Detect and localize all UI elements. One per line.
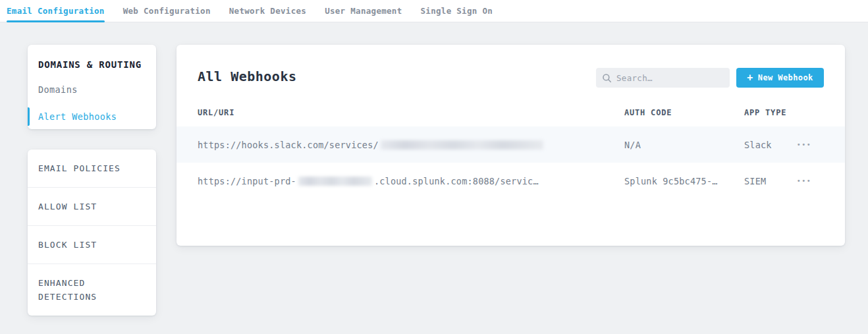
page-title: All Webhooks — [198, 69, 297, 84]
column-header-app-type: APP TYPE — [744, 108, 786, 117]
webhook-url-cell: https://hooks.slack.com/services/ — [198, 126, 545, 163]
tab-user-management[interactable]: User Management — [325, 0, 402, 22]
table-row: https://input-prd-.cloud.splunk.com:8088… — [176, 163, 845, 199]
active-indicator-bar — [28, 107, 30, 126]
sidebar-item-email-policies[interactable]: EMAIL POLICIES — [28, 150, 156, 188]
row-actions-button[interactable]: ••• — [794, 126, 814, 163]
sidebar-item-label: Alert Webhooks — [38, 111, 117, 122]
domains-routing-title: DOMAINS & ROUTING — [38, 59, 146, 70]
domains-routing-card: DOMAINS & ROUTING Domains Alert Webhooks — [28, 45, 156, 129]
webhooks-panel: All Webhooks + New Webhook URL/URI AUTH … — [176, 45, 845, 246]
top-navigation: Email Configuration Web Configuration Ne… — [0, 0, 868, 22]
tab-web-configuration[interactable]: Web Configuration — [123, 0, 211, 22]
auth-code-cell: N/A — [624, 126, 641, 163]
tab-single-sign-on[interactable]: Single Sign On — [421, 0, 493, 22]
column-header-url: URL/URI — [198, 108, 234, 117]
table-header: URL/URI AUTH CODE APP TYPE — [176, 108, 845, 126]
row-actions-button[interactable]: ••• — [794, 163, 814, 199]
sidebar-item-domains[interactable]: Domains — [28, 82, 156, 97]
redacted-text — [298, 177, 372, 186]
tab-email-configuration[interactable]: Email Configuration — [7, 0, 105, 22]
new-webhook-button[interactable]: + New Webhook — [736, 68, 824, 88]
column-header-auth-code: AUTH CODE — [624, 108, 672, 117]
new-webhook-button-label: New Webhook — [758, 73, 813, 82]
redacted-text — [381, 140, 543, 150]
tab-network-devices[interactable]: Network Devices — [229, 0, 306, 22]
url-text: https://hooks.slack.com/services/ — [198, 140, 379, 150]
table-row: https://hooks.slack.com/services/ N/A Sl… — [176, 126, 845, 163]
webhook-url-cell: https://input-prd-.cloud.splunk.com:8088… — [198, 163, 539, 199]
app-type-cell: Slack — [744, 126, 772, 163]
search-box — [596, 68, 730, 88]
url-text: https://input-prd- — [198, 176, 296, 186]
policy-sections-card: EMAIL POLICIES ALLOW LIST BLOCK LIST ENH… — [28, 150, 156, 316]
plus-icon: + — [747, 73, 753, 83]
sidebar-item-enhanced-detections[interactable]: ENHANCED DETECTIONS — [28, 264, 156, 316]
app-type-cell: SIEM — [744, 163, 766, 199]
sidebar-item-alert-webhooks[interactable]: Alert Webhooks — [28, 109, 156, 124]
auth-code-cell: Splunk 9c5bc475-… — [624, 163, 718, 199]
search-input[interactable] — [616, 73, 723, 83]
sidebar-item-block-list[interactable]: BLOCK LIST — [28, 226, 156, 264]
sidebar-item-allow-list[interactable]: ALLOW LIST — [28, 188, 156, 226]
page: Email Configuration Web Configuration Ne… — [0, 0, 868, 334]
url-text-suffix: .cloud.splunk.com:8088/servic… — [374, 176, 539, 186]
search-icon — [603, 74, 611, 82]
